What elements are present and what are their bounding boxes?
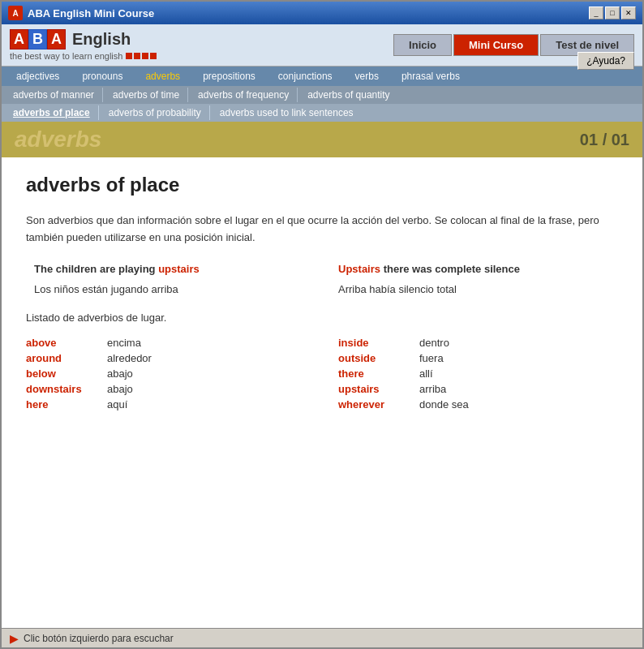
vocab-column-left: above encima around alrededor below abaj… [26,337,306,410]
vocab-trans-around: alrededor [107,352,306,364]
nav-adverbs[interactable]: adverbs [134,67,191,86]
examples-grid: The children are playing upstairs Upstai… [26,263,618,295]
nav-phrasal-verbs[interactable]: phrasal verbs [390,67,471,86]
content-title: adverbs of place [26,174,618,196]
status-text: Clic botón izquierdo para escuchar [24,633,174,644]
app-icon: A [8,6,23,20]
vocab-row-downstairs: downstairs abajo [26,383,306,395]
minimize-button[interactable]: _ [589,6,603,19]
vocab-row-below: below abajo [26,367,306,380]
example-2-highlight: Upstairs [338,263,380,275]
subsubnav-place[interactable]: adverbs of place [5,105,99,120]
subsubnav-link[interactable]: adverbs used to link sentences [212,105,362,120]
example-2-en: Upstairs there was complete silence [338,263,618,275]
dot-4 [150,53,157,59]
vocab-word-here: here [26,398,107,410]
vocab-word-there: there [338,367,419,380]
nav-conjunctions[interactable]: conjunctions [267,67,344,86]
vocab-trans-here: aquí [107,398,306,410]
vocab-trans-downstairs: abajo [107,383,306,395]
subnav-time[interactable]: adverbs of time [105,88,188,102]
window-title: ABA English Mini Course [28,7,154,19]
vocab-trans-above: encima [107,337,306,349]
header-nav: ¿Ayuda? Inicio Mini Curso Test de nivel [393,34,634,56]
vocab-row-above: above encima [26,337,306,349]
subsubnav-probability[interactable]: adverbs of probability [101,105,210,120]
nav-prepositions[interactable]: prepositions [191,67,267,86]
example-2-en-text: Upstairs there was complete silence [338,263,520,275]
vocab-grid: above encima around alrededor below abaj… [26,337,618,410]
dot-2 [134,53,140,59]
vocab-row-wherever: wherever donde sea [338,398,618,410]
example-1-en: The children are playing upstairs [34,263,314,275]
nav-adjectives[interactable]: adjectives [5,67,71,86]
close-button[interactable]: ✕ [621,6,636,19]
vocab-trans-wherever: donde sea [419,398,618,410]
vocab-trans-outside: fuera [419,352,618,364]
logo-area: A B A English the best way to learn engl… [10,29,157,61]
logo-row: A B A English [10,29,157,49]
subsub-nav: adverbs of place adverbs of probability … [2,104,642,122]
logo-english-text: English [72,30,131,49]
dot-3 [142,53,148,59]
nav-verbs[interactable]: verbs [344,67,390,86]
banner-count: 01 / 01 [580,131,629,149]
app-window: A ABA English Mini Course _ □ ✕ A B A En… [0,0,644,649]
vocab-row-here: here aquí [26,398,306,410]
vocab-word-upstairs: upstairs [338,383,419,395]
nav-inicio-button[interactable]: Inicio [393,34,452,56]
content-area: adverbs of place Son adverbios que dan i… [2,157,642,628]
vocab-row-inside: inside dentro [338,337,618,349]
vocab-column-right: inside dentro outside fuera there allí u… [338,337,618,410]
list-intro: Listado de adverbios de lugar. [26,312,618,324]
status-arrow-icon: ▶ [10,632,19,645]
vocab-word-around: around [26,352,107,364]
page-banner: adverbs 01 / 01 [2,122,642,157]
vocab-trans-inside: dentro [419,337,618,349]
vocab-word-wherever: wherever [338,398,419,410]
subnav-manner[interactable]: adverbs of manner [5,88,103,102]
vocab-row-upstairs: upstairs arriba [338,383,618,395]
vocab-row-around: around alrededor [26,352,306,364]
example-1-highlight: upstairs [158,263,200,275]
logo-dots [126,53,157,59]
maximize-button[interactable]: □ [605,6,620,19]
logo-letter-a2: A [47,29,66,49]
nav-pronouns[interactable]: pronouns [71,67,134,86]
example-1-es: Los niños están jugando arriba [34,283,314,295]
app-header: A B A English the best way to learn engl… [2,24,642,67]
content-description: Son adverbios que dan información sobre … [26,213,618,247]
subnav-frequency[interactable]: adverbs of frequency [190,88,298,102]
banner-title: adverbs [15,127,101,153]
logo-aba: A B A [10,29,66,49]
help-button[interactable]: ¿Ayuda? [577,52,634,70]
vocab-trans-there: allí [419,367,618,380]
vocab-word-outside: outside [338,352,419,364]
logo-letter-a1: A [10,29,28,49]
vocab-trans-below: abajo [107,367,306,380]
dot-1 [126,53,132,59]
example-1-en-text: The children are playing upstairs [34,263,200,275]
logo-tagline: the best way to learn english [10,51,157,61]
tagline-text: the best way to learn english [10,51,122,61]
logo-letter-b: B [28,29,47,49]
subnav-quantity[interactable]: adverbs of quantity [299,88,397,102]
example-1-es-text: Los niños están jugando arriba [34,283,178,295]
vocab-word-below: below [26,367,107,380]
vocab-row-outside: outside fuera [338,352,618,364]
example-2-es-text: Arriba había silencio total [338,283,457,295]
main-nav: adjectives pronouns adverbs prepositions… [2,67,642,86]
title-bar: A ABA English Mini Course _ □ ✕ [2,2,642,24]
vocab-word-inside: inside [338,337,419,349]
example-2-es: Arriba había silencio total [338,283,618,295]
title-buttons: _ □ ✕ [589,6,636,19]
sub-nav: adverbs of manner adverbs of time adverb… [2,86,642,104]
vocab-trans-upstairs: arriba [419,383,618,395]
nav-minicurso-button[interactable]: Mini Curso [453,34,539,56]
title-bar-left: A ABA English Mini Course [8,6,154,20]
vocab-row-there: there allí [338,367,618,380]
vocab-word-above: above [26,337,107,349]
status-bar: ▶ Clic botón izquierdo para escuchar [2,628,642,647]
vocab-word-downstairs: downstairs [26,383,107,395]
